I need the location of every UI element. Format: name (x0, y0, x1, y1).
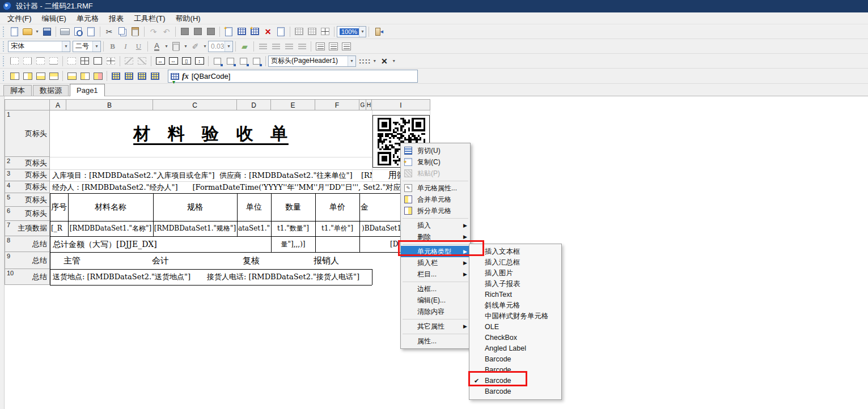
delete-band-caret[interactable]: ▾ (391, 58, 397, 63)
align-justify-button[interactable] (295, 40, 308, 53)
valign-middle-button[interactable] (327, 40, 340, 53)
warehouse-field[interactable]: 入库项目：[RMDBDataSet2."入库项目或仓库"] (52, 169, 215, 181)
cell-tool-button-4[interactable] (250, 55, 263, 67)
delete-band-button[interactable]: ✕ (378, 55, 391, 67)
delivery-address-field[interactable]: 送货地点: [RMDBDataSet2."送货地点"] (53, 269, 190, 285)
table-header-amount[interactable]: 金 (361, 193, 395, 221)
menu-item-split-cells[interactable]: 拆分单元格 (401, 205, 470, 216)
new-document-button[interactable] (8, 25, 21, 38)
menu-item-insert-band[interactable]: 插入栏▶ (401, 257, 470, 269)
total-qty-cell[interactable]: 量"],,,)] (271, 236, 315, 252)
menu-item-borders[interactable]: 边框... (401, 283, 470, 295)
align-right-button[interactable] (282, 40, 295, 53)
page-setup-button[interactable] (84, 25, 98, 38)
new-table-button[interactable] (248, 25, 261, 38)
submenu-item-angled-label[interactable]: Angled Label (469, 343, 561, 354)
insert-row-button-2[interactable] (78, 70, 91, 82)
band-select-caret[interactable]: ▾ (348, 56, 355, 66)
sign-manager[interactable]: 主管 (63, 252, 81, 269)
merge-grid-button[interactable] (319, 25, 332, 38)
data-cell-unit[interactable]: ataSet1." (237, 221, 271, 236)
submenu-item-insert-summary[interactable]: 插入汇总框 (469, 257, 561, 268)
grid-corner-cell[interactable] (5, 99, 50, 110)
data-cell-price[interactable]: t1."单价"] (315, 221, 359, 236)
snap-grid-button[interactable] (306, 25, 319, 38)
row-header-2[interactable]: 2页标头 (5, 157, 50, 169)
insert-row-button-1[interactable] (65, 70, 78, 82)
submenu-item-barcode-1[interactable]: Barcode (469, 354, 561, 365)
column-header-D[interactable]: D (237, 99, 271, 110)
menu-item-insert[interactable]: 插入▶ (401, 220, 470, 231)
split-cell-button-3[interactable] (34, 70, 47, 82)
data-cell-spec[interactable]: [RMDBDataSet1."规格"] (153, 221, 237, 236)
sign-reimburser[interactable]: 报销人 (314, 252, 339, 269)
border-none-button[interactable] (65, 55, 78, 67)
object-tool-button-3[interactable] (204, 25, 217, 38)
align-center-button[interactable] (269, 40, 282, 53)
split-cell-button-1[interactable] (8, 70, 21, 82)
header-fields-row[interactable]: 入库项目：[RMDBDataSet2."入库项目或仓库"] 供应商：[RMDBD… (50, 169, 372, 181)
border-left-button[interactable] (8, 55, 21, 67)
toolbar-grip[interactable] (3, 27, 5, 37)
supplier-field[interactable]: 供应商：[RMDBDataSet2."往来单位"] (219, 169, 353, 181)
split-cell-button-4[interactable] (47, 70, 60, 82)
menu-file[interactable]: 文件(F) (2, 12, 37, 24)
insert-table-button[interactable] (235, 25, 248, 38)
valign-top-button[interactable] (314, 40, 327, 53)
save-button[interactable] (40, 25, 53, 38)
menu-item-edit[interactable]: 编辑(E)... (401, 295, 470, 306)
insert-cell-button[interactable] (222, 25, 235, 38)
menu-item-merge-cells[interactable]: 合并单元格 (401, 194, 470, 205)
align-left-button[interactable] (256, 40, 269, 53)
menu-help[interactable]: 帮助(H) (171, 12, 206, 24)
border-right-button[interactable] (21, 55, 34, 67)
submenu-item-checkbox[interactable]: CheckBox (469, 333, 561, 343)
tab-page1[interactable]: Page1 (70, 84, 105, 96)
submenu-item-insert-image[interactable]: 插入图片 (469, 268, 561, 279)
line-color-button[interactable]: ✐ (189, 40, 202, 53)
column-header-F[interactable]: F (315, 99, 359, 110)
insert-row-button-3[interactable] (91, 70, 104, 82)
band-grid-button-2[interactable] (122, 70, 136, 82)
redo-button[interactable]: ↷ (147, 25, 160, 38)
submenu-item-diagonal-cell[interactable]: 斜线单元格 (469, 300, 561, 311)
border-bottom-button[interactable] (47, 55, 60, 67)
table-header-seq[interactable]: 序号 (50, 193, 68, 221)
row-header-6[interactable]: 6页标头 (5, 207, 50, 221)
undo-button[interactable]: ↶ (160, 25, 173, 38)
menu-item-properties[interactable]: 属性... (401, 335, 470, 347)
underline-button[interactable]: U (132, 40, 145, 53)
band-grid-button-3[interactable] (136, 70, 149, 82)
data-cell-seq[interactable]: [_R (51, 221, 67, 236)
cell-tool-button-2[interactable] (224, 55, 237, 67)
column-header-G[interactable]: G (359, 99, 366, 110)
menu-item-cell-properties[interactable]: ✎单元格属性... (401, 182, 470, 194)
zoom-select[interactable]: 100% ▾ (337, 26, 366, 37)
bold-button[interactable]: B (106, 40, 119, 53)
diagonal-down-button[interactable] (122, 55, 136, 67)
sign-reviewer[interactable]: 复核 (243, 252, 260, 269)
italic-button[interactable]: I (119, 40, 132, 53)
row-header-3[interactable]: 3页标头 (5, 169, 50, 181)
exit-button[interactable] (371, 25, 384, 38)
column-header-I[interactable]: I (372, 99, 430, 110)
fit-width-button[interactable]: ↔ (154, 55, 167, 67)
border-inner-button[interactable] (104, 55, 117, 67)
clipped-field[interactable]: [RMDB (361, 169, 372, 181)
fill-color-caret[interactable]: ▾ (183, 44, 189, 49)
object-tool-button-2[interactable] (191, 25, 204, 38)
row-header-5[interactable]: 5页标头 (5, 193, 50, 207)
table-header-unit[interactable]: 单位 (237, 193, 271, 221)
open-dropdown-caret[interactable]: ▾ (34, 29, 40, 34)
menu-item-columns[interactable]: 栏目...▶ (401, 269, 470, 280)
report-title-cell[interactable]: 材 料 验 收 单 (50, 110, 372, 157)
eraser-button[interactable]: ▰ (238, 40, 251, 53)
column-header-C[interactable]: C (153, 99, 237, 110)
submenu-item-barcode-4[interactable]: Barcode (469, 386, 561, 397)
menu-item-clear-content[interactable]: 清除内容 (401, 306, 470, 317)
menu-cell[interactable]: 单元格 (71, 12, 104, 24)
row-header-1[interactable]: 1页标头 (5, 110, 50, 157)
expression-cell-icon[interactable] (171, 73, 179, 80)
font-color-button[interactable]: A (150, 40, 163, 53)
font-size-caret[interactable]: ▾ (92, 41, 100, 52)
